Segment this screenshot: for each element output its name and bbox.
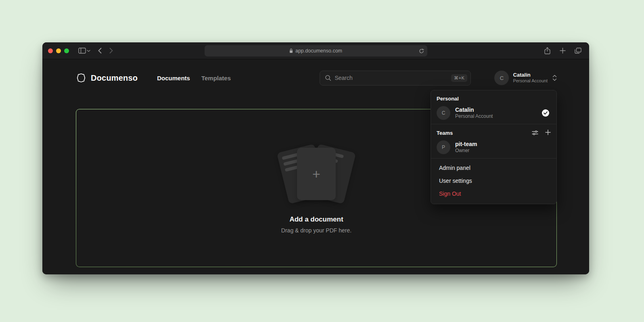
dropzone-title: Add a document — [289, 215, 343, 224]
personal-section-label: Personal — [437, 96, 551, 102]
account-avatar: C — [494, 71, 509, 85]
menu-item-user-settings[interactable]: User settings — [431, 174, 556, 187]
search-box[interactable]: ⌘+K — [320, 71, 471, 86]
personal-subtitle: Personal Account — [455, 113, 493, 120]
chevron-up-down-icon — [552, 75, 557, 81]
lock-icon — [289, 48, 293, 53]
back-button-icon[interactable] — [94, 45, 105, 56]
team-avatar: P — [437, 140, 450, 154]
menu-actions: Admin panel User settings Sign Out — [431, 159, 556, 204]
close-window-button[interactable] — [48, 48, 53, 53]
address-url: app.documenso.com — [295, 48, 342, 54]
add-team-icon[interactable] — [545, 130, 551, 136]
search-icon — [325, 75, 331, 81]
documenso-logo-icon — [76, 73, 86, 83]
brand[interactable]: Documenso — [76, 73, 138, 83]
team-item[interactable]: P pit-team Owner — [437, 140, 551, 154]
personal-avatar: C — [437, 106, 450, 120]
personal-name: Catalin — [455, 106, 493, 113]
main-nav: Documents Templates — [157, 75, 231, 82]
personal-section: Personal C Catalin Personal Account — [431, 90, 556, 124]
forward-button-icon[interactable] — [105, 45, 117, 56]
brand-name: Documenso — [91, 73, 138, 83]
team-name: pit-team — [455, 140, 477, 148]
dropzone-subtitle: Drag & drop your PDF here. — [281, 227, 351, 234]
zoom-window-button[interactable] — [64, 48, 69, 53]
browser-window: app.documenso.com — [42, 42, 589, 274]
personal-account-item[interactable]: C Catalin Personal Account — [437, 106, 551, 120]
minimize-window-button[interactable] — [56, 48, 61, 53]
account-dropdown-menu: Personal C Catalin Personal Account — [431, 90, 557, 204]
teams-section: Teams — [431, 124, 556, 158]
nav-documents[interactable]: Documents — [157, 75, 190, 82]
search-input[interactable] — [335, 75, 448, 81]
tabs-overview-icon[interactable] — [572, 45, 583, 56]
menu-item-admin-panel[interactable]: Admin panel — [431, 161, 556, 174]
selected-check-icon — [542, 109, 549, 117]
window-controls — [48, 48, 69, 53]
teams-section-label: Teams — [437, 130, 453, 136]
share-icon[interactable] — [542, 45, 553, 56]
nav-templates[interactable]: Templates — [201, 75, 231, 82]
sidebar-chevron-icon[interactable] — [85, 45, 92, 56]
document-cards-illustration: + — [272, 143, 361, 207]
team-role: Owner — [455, 148, 477, 154]
manage-teams-icon[interactable] — [532, 130, 538, 136]
document-card-front: + — [297, 148, 336, 200]
new-tab-icon[interactable] — [557, 45, 568, 56]
account-name: Catalin — [513, 72, 548, 78]
address-bar[interactable]: app.documenso.com — [205, 45, 427, 56]
account-subtitle: Personal Account — [513, 78, 548, 84]
account-menu-trigger[interactable]: C Catalin Personal Account — [494, 71, 557, 85]
add-plus-icon: + — [312, 167, 320, 181]
reload-icon[interactable] — [419, 48, 424, 54]
search-shortcut-badge: ⌘+K — [451, 74, 467, 82]
browser-toolbar: app.documenso.com — [42, 42, 589, 59]
app-content: Documenso Documents Templates ⌘+K C Cata… — [42, 59, 589, 274]
menu-item-sign-out[interactable]: Sign Out — [431, 187, 556, 200]
